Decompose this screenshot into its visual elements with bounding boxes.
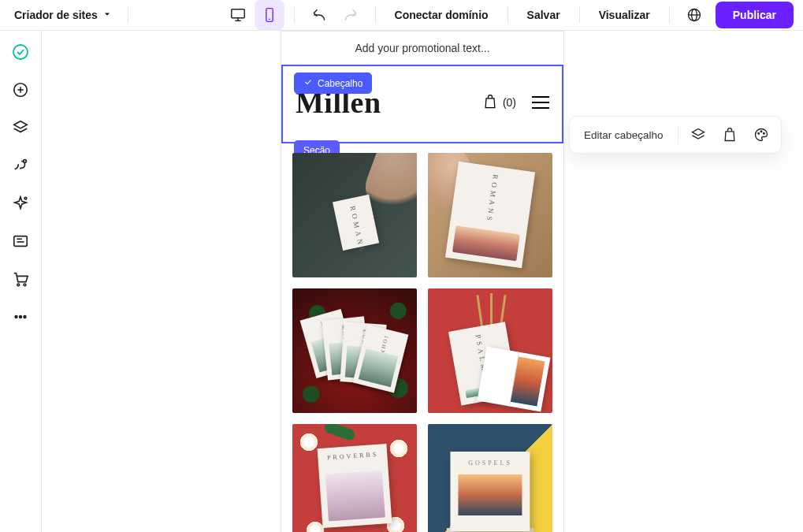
svg-point-25 bbox=[757, 133, 759, 135]
language-button[interactable] bbox=[679, 0, 709, 30]
menu-button[interactable] bbox=[532, 96, 549, 109]
gallery-item[interactable]: MATTHEW MARK LUKE JOHN bbox=[292, 288, 417, 413]
rail-store-icon[interactable] bbox=[10, 269, 31, 289]
tag-header-label: Cabeçalho bbox=[318, 78, 362, 89]
svg-marker-12 bbox=[14, 121, 28, 128]
book-title: ROMANS bbox=[349, 206, 367, 255]
site-header[interactable]: Cabeçalho Seção Millen (0) bbox=[281, 65, 563, 143]
cart-count: (0) bbox=[503, 96, 516, 109]
separator bbox=[579, 6, 580, 24]
rail-layers-icon[interactable] bbox=[10, 117, 31, 138]
chevron-down-icon bbox=[102, 9, 112, 21]
rail-ai-icon[interactable] bbox=[10, 193, 31, 214]
context-toolbar: Editar cabeçalho bbox=[569, 116, 782, 154]
svg-marker-24 bbox=[692, 129, 704, 136]
separator bbox=[678, 125, 678, 144]
desktop-view-button[interactable] bbox=[223, 0, 253, 30]
gallery-item[interactable]: GOSPELS bbox=[428, 424, 552, 532]
rail-blog-icon[interactable] bbox=[10, 231, 31, 251]
undo-button[interactable] bbox=[304, 0, 334, 30]
mobile-view-button[interactable] bbox=[255, 0, 284, 30]
svg-point-8 bbox=[13, 45, 28, 59]
gallery-item[interactable]: PROVERBS bbox=[292, 424, 417, 532]
rail-checklist-icon[interactable] bbox=[10, 42, 31, 62]
svg-rect-16 bbox=[14, 236, 28, 247]
separator bbox=[669, 6, 670, 24]
publish-button[interactable]: Publicar bbox=[716, 2, 794, 28]
save-button[interactable]: Salvar bbox=[518, 2, 570, 28]
svg-point-21 bbox=[15, 316, 17, 318]
preview-button[interactable]: Visualizar bbox=[589, 2, 660, 28]
rail-more-icon[interactable] bbox=[10, 307, 31, 327]
gallery-item[interactable]: PSALMS bbox=[428, 288, 552, 413]
rail-styles-icon[interactable] bbox=[10, 155, 31, 176]
palette-icon[interactable] bbox=[746, 120, 776, 150]
svg-point-20 bbox=[24, 284, 26, 286]
promo-text: Add your promotional text... bbox=[355, 42, 489, 54]
layers-icon[interactable] bbox=[683, 120, 713, 150]
svg-point-26 bbox=[760, 131, 762, 132]
separator bbox=[375, 6, 376, 24]
book-title: PROVERBS bbox=[317, 444, 388, 468]
separator bbox=[294, 6, 295, 24]
svg-point-23 bbox=[24, 316, 26, 318]
cart-settings-icon[interactable] bbox=[715, 120, 745, 150]
selection-tag-header[interactable]: Cabeçalho bbox=[294, 73, 372, 94]
svg-rect-0 bbox=[231, 9, 244, 18]
svg-point-22 bbox=[20, 316, 22, 318]
edit-header-button[interactable]: Editar cabeçalho bbox=[574, 123, 673, 147]
svg-point-13 bbox=[24, 160, 27, 163]
builder-dropdown[interactable]: Criador de sites bbox=[9, 4, 117, 26]
rail-add-icon[interactable] bbox=[10, 80, 31, 100]
bag-icon bbox=[482, 93, 498, 113]
separator bbox=[128, 6, 128, 24]
mobile-canvas[interactable]: Add your promotional text... Cabeçalho S… bbox=[281, 31, 564, 532]
book-title: GOSPELS bbox=[450, 452, 530, 474]
connect-domain-button[interactable]: Conectar domínio bbox=[385, 2, 498, 28]
svg-point-19 bbox=[17, 284, 20, 286]
gallery-item[interactable]: ROMANS bbox=[292, 153, 417, 277]
promo-bar[interactable]: Add your promotional text... bbox=[281, 32, 563, 65]
check-icon bbox=[303, 77, 313, 89]
svg-point-27 bbox=[763, 133, 764, 135]
gallery-section[interactable]: ROMANS ROMANS MATTHE bbox=[281, 143, 563, 532]
gallery-item[interactable]: ROMANS bbox=[428, 153, 552, 277]
builder-label: Criador de sites bbox=[14, 9, 98, 21]
cart-button[interactable]: (0) bbox=[482, 93, 516, 113]
redo-button[interactable] bbox=[336, 0, 366, 30]
svg-point-15 bbox=[24, 197, 27, 199]
separator bbox=[507, 6, 508, 24]
book-title: ROMANS bbox=[485, 174, 500, 224]
